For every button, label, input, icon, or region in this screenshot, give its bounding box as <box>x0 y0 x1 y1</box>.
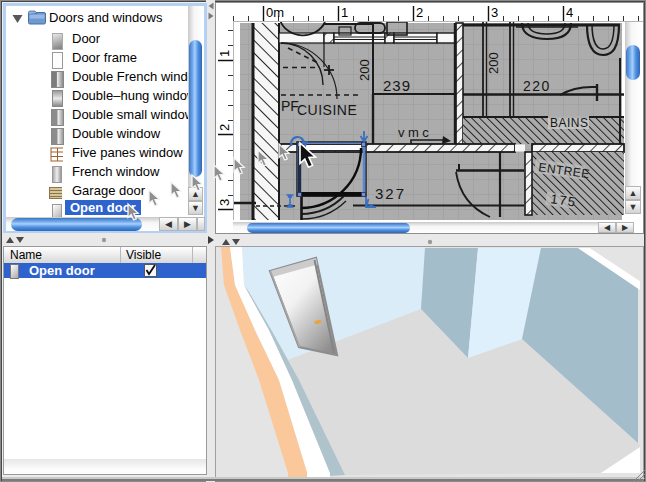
svg-text:239: 239 <box>383 77 411 94</box>
svg-text:4: 4 <box>566 5 573 20</box>
svg-text:2: 2 <box>217 124 232 131</box>
svg-text:200: 200 <box>486 52 501 74</box>
svg-text:3: 3 <box>491 5 498 20</box>
svg-text:1: 1 <box>341 5 348 20</box>
svg-text:327: 327 <box>375 185 406 202</box>
svg-text:vmc: vmc <box>398 125 432 140</box>
svg-text:3: 3 <box>217 199 232 206</box>
svg-text:220: 220 <box>523 78 551 94</box>
svg-text:CUISINE: CUISINE <box>297 102 357 118</box>
svg-text:200: 200 <box>357 59 372 81</box>
svg-text:BAINS: BAINS <box>550 116 589 130</box>
svg-text:2: 2 <box>416 5 423 20</box>
svg-text:1: 1 <box>217 50 232 57</box>
svg-text:0m: 0m <box>266 5 284 20</box>
